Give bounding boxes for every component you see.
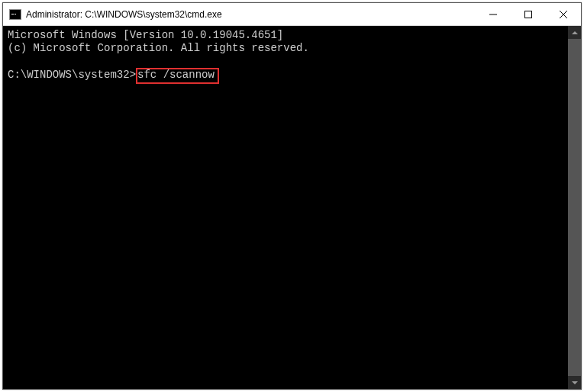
maximize-icon	[524, 11, 532, 18]
prompt: C:\WINDOWS\system32>	[8, 69, 136, 81]
scrollbar-thumb[interactable]	[568, 39, 581, 376]
maximize-button[interactable]	[511, 3, 546, 25]
window-title: Administrator: C:\WINDOWS\system32\cmd.e…	[26, 9, 476, 20]
titlebar[interactable]: Administrator: C:\WINDOWS\system32\cmd.e…	[3, 3, 581, 26]
close-icon	[560, 11, 567, 18]
minimize-button[interactable]	[476, 3, 511, 25]
close-button[interactable]	[546, 3, 581, 25]
svg-rect-1	[525, 11, 532, 18]
command-input[interactable]: sfc /scannow	[136, 68, 219, 84]
svg-rect-0	[489, 14, 497, 14]
minimize-icon	[489, 11, 497, 18]
scrollbar-track[interactable]	[568, 39, 581, 376]
scroll-up-button[interactable]	[568, 26, 581, 39]
command-prompt-window: Administrator: C:\WINDOWS\system32\cmd.e…	[2, 2, 582, 390]
terminal-output: Microsoft Windows [Version 10.0.19045.46…	[3, 26, 581, 87]
scroll-down-button[interactable]	[568, 376, 581, 389]
window-controls	[476, 3, 581, 25]
terminal-area[interactable]: Microsoft Windows [Version 10.0.19045.46…	[3, 26, 581, 389]
chevron-down-icon	[572, 380, 578, 386]
chevron-up-icon	[572, 30, 578, 36]
vertical-scrollbar[interactable]	[568, 26, 581, 389]
copyright-line: (c) Microsoft Corporation. All rights re…	[8, 42, 309, 54]
cmd-icon	[9, 9, 21, 20]
version-line: Microsoft Windows [Version 10.0.19045.46…	[8, 29, 283, 41]
